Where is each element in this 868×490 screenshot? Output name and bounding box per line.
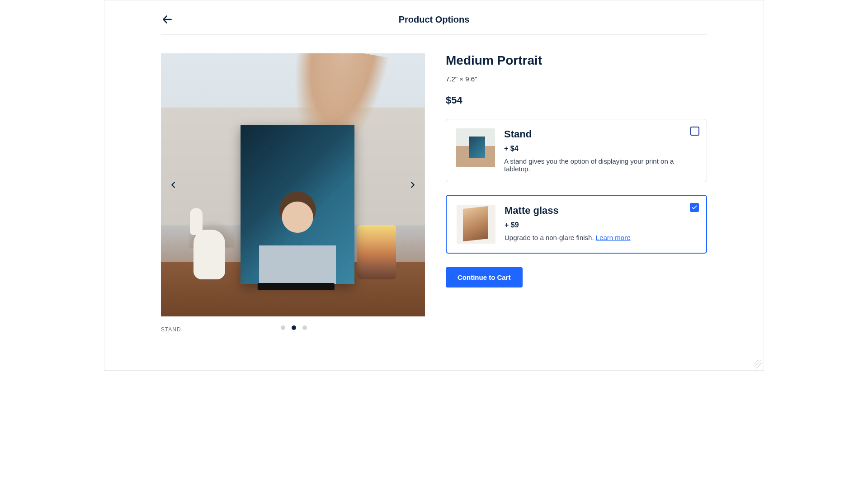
- option-description-text: Upgrade to a non-glare finish.: [505, 234, 596, 241]
- option-body-stand: Stand + $4 A stand gives you the option …: [504, 128, 697, 173]
- gallery-dot-2[interactable]: [292, 325, 296, 330]
- option-title: Matte glass: [505, 205, 696, 217]
- page-title: Product Options: [399, 14, 470, 25]
- option-title: Stand: [504, 128, 697, 140]
- learn-more-link[interactable]: Learn more: [596, 234, 631, 241]
- continue-to-cart-button[interactable]: Continue to Cart: [446, 267, 523, 287]
- product-name: Medium Portrait: [446, 53, 707, 68]
- resize-grip-icon: [754, 360, 762, 368]
- scene-candle: [357, 225, 396, 279]
- chevron-left-icon: [168, 180, 178, 190]
- option-description: A stand gives you the option of displayi…: [504, 157, 697, 173]
- content: STAND Medium Portrait 7.2" × 9.6" $54: [161, 53, 707, 334]
- gallery: STAND: [161, 53, 425, 334]
- header: Product Options: [161, 0, 707, 34]
- chevron-right-icon: [408, 180, 418, 190]
- gallery-viewport: [161, 53, 425, 316]
- option-checkbox-stand[interactable]: [690, 127, 699, 136]
- gallery-dot-1[interactable]: [281, 325, 285, 330]
- option-thumb-matte: [457, 205, 495, 244]
- option-checkbox-matte[interactable]: [690, 203, 699, 212]
- back-button[interactable]: [161, 13, 174, 26]
- product-price: $54: [446, 94, 707, 106]
- gallery-dot-3[interactable]: [302, 325, 307, 330]
- option-description: Upgrade to a non-glare finish. Learn mor…: [505, 234, 696, 241]
- arrow-left-icon: [161, 14, 173, 25]
- app-frame: Product Options: [104, 0, 764, 371]
- option-card-matte[interactable]: Matte glass + $9 Upgrade to a non-glare …: [446, 195, 707, 254]
- details: Medium Portrait 7.2" × 9.6" $54 Stand + …: [446, 53, 707, 334]
- option-price: + $4: [504, 145, 697, 153]
- option-body-matte: Matte glass + $9 Upgrade to a non-glare …: [505, 205, 696, 244]
- gallery-caption: STAND: [161, 326, 181, 333]
- scene-print: [241, 125, 354, 284]
- scene-vase: [180, 203, 234, 279]
- scene-portrait: [259, 191, 336, 284]
- scene-llama-vase: [193, 230, 225, 279]
- check-icon: [691, 204, 698, 211]
- gallery-prev-button[interactable]: [165, 177, 181, 193]
- option-thumb-stand: [456, 128, 495, 167]
- option-price: + $9: [505, 221, 696, 229]
- product-dimensions: 7.2" × 9.6": [446, 75, 707, 83]
- gallery-footer: STAND: [161, 325, 425, 334]
- scene-stand-bar: [258, 283, 335, 290]
- option-card-stand[interactable]: Stand + $4 A stand gives you the option …: [446, 119, 707, 182]
- gallery-dots: [281, 325, 307, 330]
- gallery-next-button[interactable]: [405, 177, 420, 193]
